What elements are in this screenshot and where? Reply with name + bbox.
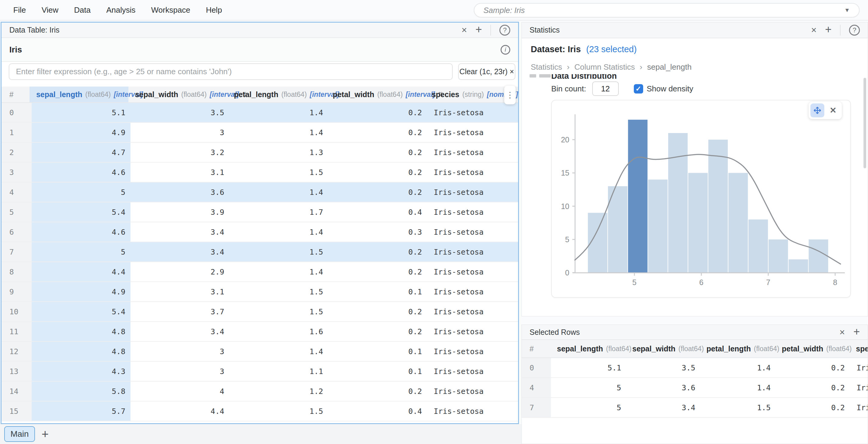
help-icon[interactable]: ? <box>499 25 510 36</box>
cell-sepal_length[interactable]: 4.9 <box>32 123 130 142</box>
cell-sepal_length[interactable]: 4.6 <box>32 162 130 182</box>
table-row[interactable]: 753.41.50.2Iris-setosa <box>522 398 868 418</box>
cell-sepal_length[interactable]: 5 <box>32 182 130 202</box>
table-row[interactable]: 134.331.10.1Iris-setosa <box>1 362 518 382</box>
table-row[interactable]: 94.93.11.50.1Iris-setosa <box>1 282 518 302</box>
table-row[interactable]: 55.43.91.70.4Iris-setosa <box>1 202 518 222</box>
close-icon[interactable]: × <box>461 25 467 35</box>
cell-petal_width[interactable]: 0.2 <box>328 302 427 321</box>
scrollbar-thumb[interactable] <box>864 78 866 168</box>
cell-sepal_width[interactable]: 3.5 <box>626 358 701 377</box>
cell-sepal_length[interactable]: 5 <box>551 378 626 397</box>
column-header-species[interactable]: species(string) <box>850 340 868 357</box>
cell-petal_length[interactable]: 1.4 <box>701 358 776 377</box>
cell-sepal_width[interactable]: 4.4 <box>130 402 229 421</box>
cell-species[interactable]: Iris-setosa <box>427 222 518 242</box>
cell-petal_width[interactable]: 0.2 <box>328 143 427 162</box>
cell-petal_width[interactable]: 0.1 <box>328 342 427 361</box>
column-menu-button[interactable]: ⋮ <box>504 86 516 105</box>
column-header-sepal_width[interactable]: sepal_width(float64) <box>626 340 701 357</box>
cell-sepal_length[interactable]: 5.1 <box>551 358 626 377</box>
table-row[interactable]: 34.63.11.50.2Iris-setosa <box>1 162 518 182</box>
cell-sepal_width[interactable]: 3.5 <box>130 103 229 122</box>
table-row[interactable]: 145.841.20.2Iris-setosa <box>1 382 518 402</box>
close-icon[interactable]: × <box>839 328 845 337</box>
cell-petal_width[interactable]: 0.2 <box>328 103 427 122</box>
pan-tool-button[interactable] <box>810 103 824 117</box>
cell-species[interactable]: Iris-setosa <box>427 162 518 182</box>
cell-sepal_length[interactable]: 5 <box>32 242 130 262</box>
cell-species[interactable]: Iris-setosa <box>427 282 518 301</box>
close-icon[interactable]: × <box>811 25 816 35</box>
table-row[interactable]: 124.831.40.1Iris-setosa <box>1 342 518 362</box>
table-row[interactable]: 24.73.21.30.2Iris-setosa <box>1 143 518 162</box>
info-icon[interactable]: i <box>501 45 510 55</box>
cell-petal_width[interactable]: 0.4 <box>328 402 427 421</box>
cell-species[interactable]: Iris-setosa <box>427 123 518 142</box>
histogram-bar[interactable] <box>769 239 788 273</box>
cell-sepal_width[interactable]: 4 <box>130 382 229 401</box>
cell-species[interactable]: Iris-setosa <box>427 143 518 162</box>
breadcrumb-item[interactable]: Column Statistics <box>575 62 635 72</box>
cell-petal_length[interactable]: 1.4 <box>229 103 328 122</box>
cell-petal_length[interactable]: 1.1 <box>229 362 328 381</box>
cell-sepal_length[interactable]: 5.4 <box>32 302 130 321</box>
cell-sepal_width[interactable]: 3.7 <box>130 302 229 321</box>
cell-sepal_width[interactable]: 3.6 <box>130 182 229 202</box>
cell-species[interactable]: Iris-setosa <box>427 302 518 321</box>
cell-sepal_width[interactable]: 2.9 <box>130 262 229 282</box>
breadcrumb-item[interactable]: Statistics <box>531 62 562 72</box>
cell-sepal_width[interactable]: 3.4 <box>626 398 701 417</box>
add-panel-icon[interactable]: + <box>825 24 832 35</box>
cell-petal_width[interactable]: 0.2 <box>328 242 427 262</box>
cell-petal_length[interactable]: 1.6 <box>229 322 328 341</box>
filter-input[interactable] <box>9 63 453 80</box>
cell-petal_length[interactable]: 1.4 <box>229 123 328 142</box>
column-header-sepal_width[interactable]: sepal_width(float64)[interval]⇅ <box>128 87 227 102</box>
menu-item-view[interactable]: View <box>41 5 59 15</box>
table-row[interactable]: 114.83.41.60.2Iris-setosa <box>1 322 518 342</box>
cell-petal_length[interactable]: 1.4 <box>229 182 328 202</box>
cell-sepal_width[interactable]: 3 <box>130 123 229 142</box>
cell-species[interactable]: Iris-setosa <box>427 262 518 282</box>
table-row[interactable]: 14.931.40.2Iris-setosa <box>1 123 518 143</box>
cell-species[interactable]: Iris-setosa <box>427 342 518 361</box>
help-icon[interactable]: ? <box>849 25 860 36</box>
cell-petal_width[interactable]: 0.4 <box>328 202 427 222</box>
table-row[interactable]: 453.61.40.2Iris-setosa <box>522 378 868 398</box>
cell-petal_length[interactable]: 1.5 <box>229 402 328 421</box>
menu-item-help[interactable]: Help <box>206 5 222 15</box>
cell-sepal_length[interactable]: 4.3 <box>32 362 130 381</box>
sample-selector[interactable]: Sample: Iris ▼ <box>474 3 860 18</box>
cell-sepal_length[interactable]: 4.6 <box>32 222 130 242</box>
cell-species[interactable]: Iris-setosa <box>427 182 518 202</box>
index-column-header[interactable]: # <box>1 87 30 102</box>
cell-petal_length[interactable]: 1.5 <box>701 398 776 417</box>
cell-sepal_width[interactable]: 3.4 <box>130 222 229 242</box>
index-column-header[interactable]: # <box>522 340 551 357</box>
cell-sepal_length[interactable]: 4.8 <box>32 342 130 361</box>
cell-petal_width[interactable]: 0.1 <box>328 282 427 301</box>
menu-item-analysis[interactable]: Analysis <box>106 5 135 15</box>
column-header-petal_width[interactable]: petal_width(float64) <box>776 340 850 357</box>
cell-petal_width[interactable]: 0.2 <box>328 123 427 142</box>
breadcrumb-item[interactable]: sepal_length <box>647 62 691 72</box>
histogram-bar[interactable] <box>708 140 728 273</box>
cell-sepal_width[interactable]: 3.4 <box>130 322 229 341</box>
add-panel-icon[interactable]: + <box>475 24 482 35</box>
table-row[interactable]: 05.13.51.40.2Iris-setosa <box>522 358 868 378</box>
cell-sepal_width[interactable]: 3.1 <box>130 162 229 182</box>
cell-petal_length[interactable]: 1.2 <box>229 382 328 401</box>
table-row[interactable]: 453.61.40.2Iris-setosa <box>1 182 518 202</box>
cell-species[interactable]: Iris-setosa <box>850 358 868 377</box>
histogram-bar[interactable] <box>809 239 828 273</box>
cell-species[interactable]: Iris-setosa <box>850 378 868 397</box>
cell-sepal_length[interactable]: 5.8 <box>32 382 130 401</box>
cell-petal_width[interactable]: 0.2 <box>328 162 427 182</box>
cell-petal_length[interactable]: 1.5 <box>229 302 328 321</box>
cell-species[interactable]: Iris-setosa <box>427 402 518 421</box>
cell-sepal_width[interactable]: 3 <box>130 342 229 361</box>
tab-main[interactable]: Main <box>4 426 35 442</box>
column-header-sepal_length[interactable]: sepal_length(float64)[interval] <box>30 87 128 102</box>
cell-petal_width[interactable]: 0.2 <box>776 398 850 417</box>
